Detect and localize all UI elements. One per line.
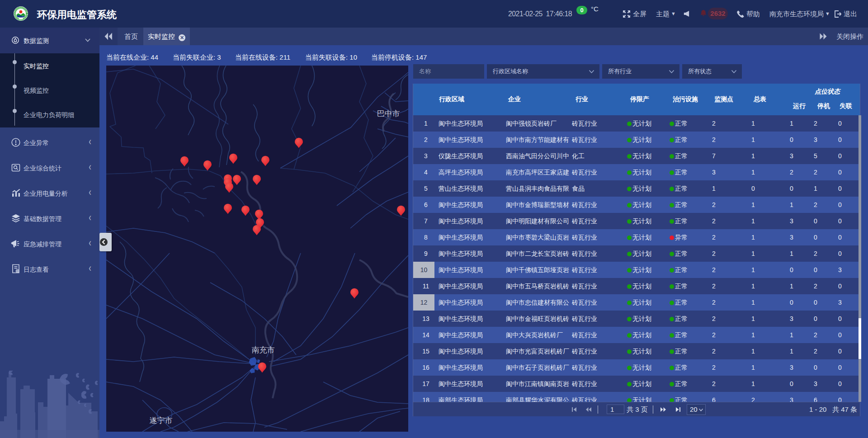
svg-text:南充市: 南充市 [252,346,275,354]
svg-text:遂宁市: 遂宁市 [150,416,173,425]
svg-text:巴中市: 巴中市 [377,109,400,118]
